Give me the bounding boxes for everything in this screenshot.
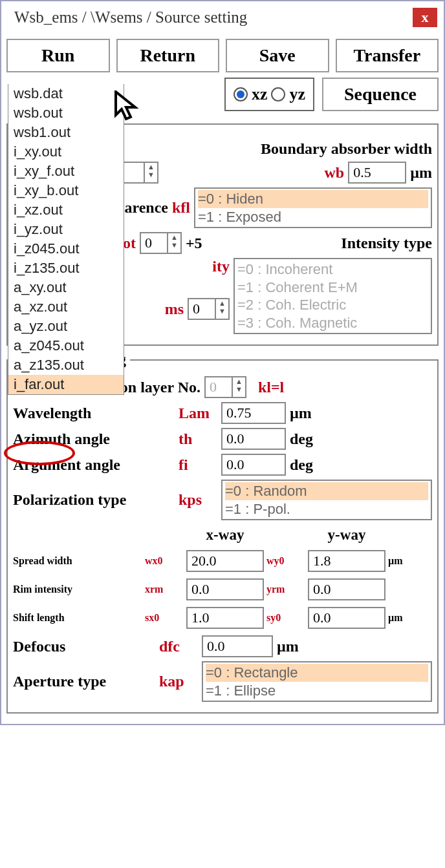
file-dropdown-item[interactable]: a_xz.out [8,297,124,317]
spread-label: Spread width [13,555,142,567]
shift-label: Shift length [13,612,142,624]
radio-yz[interactable] [271,87,285,101]
content-area: Run Return Save Transfer xz yz Sequence … [1,34,444,724]
rim-label: Rim intensity [13,584,142,595]
yrm-symbol: yrm [266,584,305,595]
sx0-symbol: sx0 [145,612,184,624]
kl-text: kl=l [258,379,284,396]
kfl-symbol: kfl [172,199,190,217]
titlebar: Wsb_ems / \Wsems / Source setting x [1,1,444,34]
th-symbol: th [179,430,217,448]
spread-grid: x-way y-way Spread width wx0 20.0 wy0 1.… [13,527,432,629]
kot-spinner[interactable]: 0 ▲▼ [140,232,182,254]
aperture-label: Aperture type [13,673,155,690]
light-producing-group: Light-producing on layer No. 0 ▲▼ kl=l W… [6,351,439,714]
shift-unit: µm [388,612,420,624]
sy0-input[interactable]: 0.0 [308,607,385,629]
file-dropdown-item[interactable]: a_z135.out [8,355,124,375]
window-title: Wsb_ems / \Wsems / Source setting [14,8,247,26]
sequence-button[interactable]: Sequence [322,78,439,111]
file-dropdown[interactable]: wsb.datwsb.outwsb1.outi_xy.outi_xy_f.out… [8,84,124,395]
lam-symbol: Lam [179,405,217,422]
argument-label: Argument angle [13,456,175,474]
ity-symbol: ity [212,258,230,275]
sy0-symbol: sy0 [266,612,305,624]
layer-input[interactable]: 0 [206,377,232,397]
dfc-input[interactable]: 0.0 [202,635,273,657]
wy0-input[interactable]: 1.8 [308,550,385,572]
layer-spinner[interactable]: 0 ▲▼ [204,376,246,398]
yway-header: y-way [308,527,385,544]
ms-spinner[interactable]: 0 ▲▼ [188,298,230,320]
kps-opt-1[interactable]: =1 : P-pol. [225,500,428,518]
sx0-input[interactable]: 1.0 [186,607,264,629]
polarization-label: Polarization type [13,491,175,509]
xrm-input[interactable]: 0.0 [186,578,264,600]
th-input[interactable]: 0.0 [221,428,286,450]
ity-listbox[interactable]: =0 : Incoherent =1 : Coherent E+M =2 : C… [233,258,432,334]
file-dropdown-item[interactable]: i_xy_b.out [8,181,124,200]
file-dropdown-item[interactable]: wsb.out [8,103,124,123]
kfl-listbox[interactable]: =0 : Hiden =1 : Exposed [194,187,432,228]
ity-opt-3[interactable]: =3 : Coh. Magnetic [237,314,428,332]
file-dropdown-item[interactable]: i_yz.out [8,220,124,239]
kfl-opt-0[interactable]: =0 : Hiden [198,190,428,208]
wx0-input[interactable]: 20.0 [186,550,264,572]
kot-input[interactable]: 0 [141,233,167,253]
file-dropdown-item[interactable]: wsb1.out [8,123,124,142]
view-radio-group: xz yz [224,78,314,111]
wb-symbol: wb [324,164,344,182]
fi-input[interactable]: 0.0 [221,454,286,476]
run-button[interactable]: Run [6,39,110,72]
save-button[interactable]: Save [226,39,329,72]
wy0-symbol: wy0 [266,555,305,567]
azimuth-label: Azimuth angle [13,430,175,448]
file-dropdown-item[interactable]: i_far.out [8,375,124,394]
file-dropdown-item[interactable]: wsb.dat [8,84,124,103]
yrm-input[interactable]: 0.0 [308,578,385,600]
intensity-type-label: Intensity type [341,235,432,252]
close-button[interactable]: x [413,8,437,27]
kps-listbox[interactable]: =0 : Random =1 : P-pol. [221,480,432,520]
th-unit: deg [290,430,313,448]
transfer-button[interactable]: Transfer [336,39,439,72]
dfc-symbol: dfc [159,638,198,655]
file-dropdown-item[interactable]: a_yz.out [8,317,124,336]
window-root: Wsb_ems / \Wsems / Source setting x Run … [0,0,445,725]
kps-symbol: kps [179,491,217,509]
toolbar-row-1: Run Return Save Transfer [6,39,439,72]
fi-symbol: fi [179,456,217,474]
kap-listbox[interactable]: =0 : Rectangle =1 : Ellipse [202,661,432,702]
file-dropdown-item[interactable]: i_xy.out [8,142,124,162]
ity-opt-1[interactable]: =1 : Coherent E+M [237,279,428,297]
radio-xz[interactable] [233,87,248,101]
kot-suffix: +5 [186,235,202,252]
radio-yz-label: yz [289,85,305,104]
kap-symbol: kap [159,673,198,690]
ms-symbol: ms [165,301,184,318]
file-dropdown-item[interactable]: a_z045.out [8,336,124,355]
xrm-symbol: xrm [145,584,184,595]
return-button[interactable]: Return [116,39,220,72]
wb-input[interactable]: 0.5 [348,162,406,184]
radio-xz-label: xz [252,85,268,104]
kfl-opt-1[interactable]: =1 : Exposed [198,208,428,226]
file-dropdown-item[interactable]: i_xz.out [8,200,124,220]
lam-input[interactable]: 0.75 [221,402,286,424]
file-dropdown-item[interactable]: i_z045.out [8,239,124,259]
xway-header: x-way [186,527,264,544]
ity-opt-0[interactable]: =0 : Incoherent [237,260,428,279]
dfc-unit: µm [277,638,299,655]
file-dropdown-item[interactable]: i_xy_f.out [8,162,124,181]
file-dropdown-item[interactable]: i_z135.out [8,259,124,278]
lam-unit: µm [290,405,312,422]
ity-opt-2[interactable]: =2 : Coh. Electric [237,296,428,314]
kps-opt-0[interactable]: =0 : Random [225,482,428,500]
boundary-absorber-label: Boundary absorber width [261,140,432,158]
file-dropdown-item[interactable]: a_xy.out [8,278,124,297]
kap-opt-0[interactable]: =0 : Rectangle [206,664,428,682]
kap-opt-1[interactable]: =1 : Ellipse [206,682,428,700]
ms-input[interactable]: 0 [189,299,215,319]
fi-unit: deg [290,456,313,474]
wx0-symbol: wx0 [145,555,184,567]
